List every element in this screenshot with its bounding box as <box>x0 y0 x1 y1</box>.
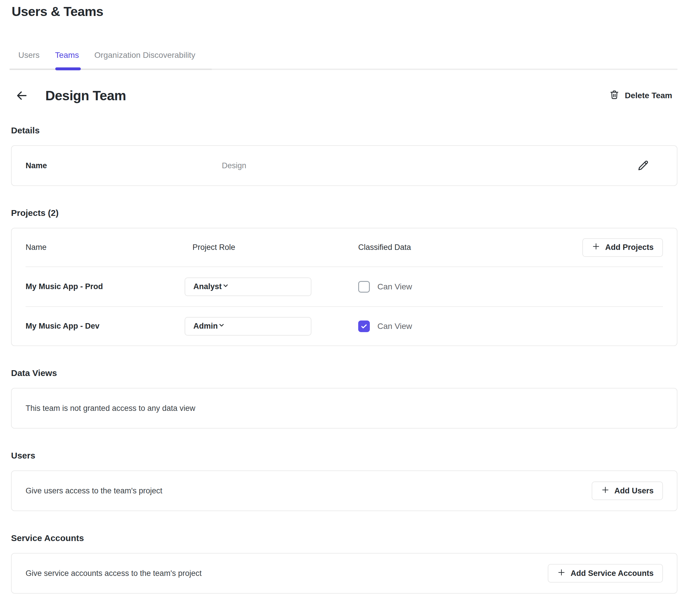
tab-divider <box>11 69 678 70</box>
delete-team-label: Delete Team <box>625 91 672 100</box>
add-users-button[interactable]: Add Users <box>592 482 663 500</box>
can-view-checkbox[interactable] <box>358 321 370 332</box>
project-name: My Music App - Prod <box>26 282 192 291</box>
projects-card: Name Project Role Classified Data Add Pr… <box>11 228 678 346</box>
users-empty-text: Give users access to the team's project <box>26 486 162 496</box>
pencil-icon <box>637 168 649 172</box>
service-accounts-card: Give service accounts access to the team… <box>11 553 678 594</box>
name-value: Design <box>222 161 637 170</box>
project-row: My Music App - Dev Admin Can View <box>26 306 663 346</box>
details-card: Name Design <box>11 145 678 186</box>
add-service-accounts-button[interactable]: Add Service Accounts <box>548 564 663 582</box>
tab-organization-discoverability[interactable]: Organization Discoverability <box>94 50 195 69</box>
data-views-heading: Data Views <box>11 367 678 379</box>
projects-table-header: Name Project Role Classified Data Add Pr… <box>26 228 663 267</box>
column-header-classified-data: Classified Data <box>358 243 582 252</box>
edit-name-button[interactable] <box>637 159 649 172</box>
service-accounts-empty-text: Give service accounts access to the team… <box>26 569 201 578</box>
name-label: Name <box>26 161 222 170</box>
project-row: My Music App - Prod Analyst Can View <box>26 267 663 306</box>
tab-divider-dark <box>9 69 212 70</box>
tab-teams[interactable]: Teams <box>55 50 79 69</box>
data-views-empty-text: This team is not granted access to any d… <box>26 404 195 413</box>
column-header-name: Name <box>26 243 192 252</box>
plus-icon <box>601 486 610 496</box>
users-card: Give users access to the team's project … <box>11 470 678 511</box>
project-role-value: Analyst <box>193 282 222 291</box>
add-users-label: Add Users <box>614 486 654 496</box>
delete-team-button[interactable]: Delete Team <box>609 89 672 102</box>
column-header-project-role: Project Role <box>192 243 358 252</box>
arrow-left-icon <box>15 99 28 103</box>
back-button[interactable] <box>15 89 28 102</box>
tab-bar: Users Teams Organization Discoverability <box>18 50 678 69</box>
trash-icon <box>609 89 620 102</box>
plus-icon <box>557 568 566 579</box>
add-projects-label: Add Projects <box>605 243 654 252</box>
add-service-accounts-label: Add Service Accounts <box>571 569 654 578</box>
project-role-select[interactable]: Analyst <box>185 278 312 296</box>
chevron-down-icon <box>222 282 229 291</box>
page: Users & Teams Users Teams Organization D… <box>0 0 685 594</box>
projects-heading: Projects (2) <box>11 207 678 219</box>
can-view-label: Can View <box>378 322 412 331</box>
users-heading: Users <box>11 449 678 462</box>
project-name: My Music App - Dev <box>26 322 192 331</box>
add-projects-button[interactable]: Add Projects <box>582 238 663 257</box>
team-header: Design Team Delete Team <box>11 88 678 104</box>
checkmark-icon <box>360 323 368 330</box>
project-role-value: Admin <box>193 322 218 331</box>
data-views-card: This team is not granted access to any d… <box>11 388 678 428</box>
can-view-label: Can View <box>378 282 412 291</box>
details-heading: Details <box>11 124 678 136</box>
chevron-down-icon <box>218 321 225 331</box>
can-view-checkbox[interactable] <box>358 281 370 292</box>
active-tab-underline <box>55 67 81 70</box>
page-title: Users & Teams <box>11 4 678 19</box>
plus-icon <box>592 242 600 253</box>
service-accounts-heading: Service Accounts <box>11 532 678 544</box>
tab-users[interactable]: Users <box>18 50 40 69</box>
project-role-select[interactable]: Admin <box>185 317 312 336</box>
team-title: Design Team <box>45 88 126 104</box>
